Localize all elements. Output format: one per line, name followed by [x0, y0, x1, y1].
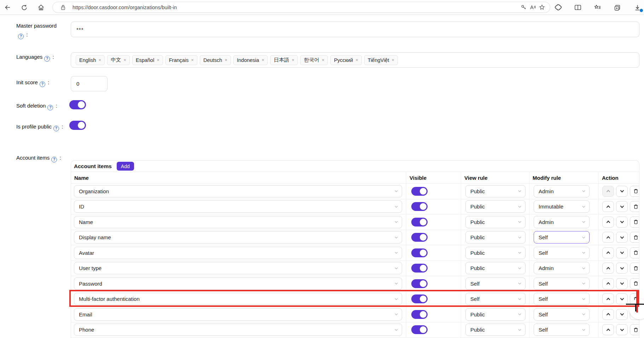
modify-rule-select[interactable]: Self [534, 293, 590, 305]
move-down-button[interactable] [616, 186, 628, 197]
move-down-button[interactable] [616, 309, 628, 320]
modify-rule-select[interactable]: Admin [534, 262, 590, 274]
move-up-button[interactable] [602, 247, 614, 258]
init-score-input[interactable]: 0 [71, 76, 108, 91]
move-down-button[interactable] [616, 232, 628, 243]
tag-close-icon[interactable]: × [355, 58, 358, 62]
move-up-button[interactable] [602, 201, 614, 212]
split-screen-icon[interactable] [573, 2, 583, 13]
soft-deletion-toggle[interactable] [69, 100, 86, 109]
account-item-name-select[interactable]: Email [74, 308, 402, 321]
delete-button[interactable] [630, 324, 639, 335]
tag-close-icon[interactable]: × [99, 58, 101, 62]
view-rule-select[interactable]: Self [465, 293, 526, 305]
account-item-name-select[interactable]: Display name [74, 231, 402, 244]
visible-toggle[interactable] [411, 187, 428, 196]
refresh-icon[interactable] [18, 2, 30, 13]
read-aloud-icon[interactable] [528, 3, 537, 12]
tag-close-icon[interactable]: × [157, 58, 159, 62]
is-profile-public-toggle[interactable] [69, 121, 86, 130]
visible-toggle[interactable] [411, 325, 428, 334]
move-up-button[interactable] [602, 293, 614, 304]
move-down-button[interactable] [616, 324, 628, 335]
visible-toggle[interactable] [411, 202, 428, 211]
modify-rule-select[interactable]: Admin [534, 185, 590, 197]
view-rule-select[interactable]: Public [465, 185, 526, 197]
delete-button[interactable] [630, 217, 639, 228]
view-rule-select[interactable]: Public [465, 216, 526, 228]
languages-select[interactable]: English×中文×Español×Français×Deutsch×Indo… [71, 52, 639, 68]
delete-button[interactable] [630, 247, 639, 258]
delete-button[interactable] [630, 232, 639, 243]
view-rule-select[interactable]: Public [465, 308, 526, 321]
modify-rule-select[interactable]: Self [534, 247, 590, 259]
view-rule-select[interactable]: Self [465, 277, 526, 290]
modify-rule-select[interactable]: Immutable [534, 200, 590, 213]
help-icon[interactable]: ? [51, 157, 57, 162]
visible-toggle[interactable] [411, 248, 428, 257]
extensions-icon[interactable] [553, 2, 563, 13]
visible-toggle[interactable] [411, 218, 428, 227]
visible-toggle[interactable] [411, 233, 428, 242]
move-up-button[interactable] [602, 309, 614, 320]
view-rule-select[interactable]: Public [465, 231, 526, 244]
downloads-icon[interactable] [632, 2, 643, 13]
move-down-button[interactable] [616, 278, 628, 289]
help-icon[interactable]: ? [47, 105, 53, 110]
move-up-button[interactable] [602, 186, 614, 197]
view-rule-select[interactable]: Public [465, 262, 526, 274]
visible-toggle[interactable] [411, 294, 428, 303]
collections-icon[interactable] [612, 2, 623, 13]
help-icon[interactable]: ? [18, 34, 24, 39]
account-item-name-select[interactable]: Phone [74, 323, 402, 336]
move-down-button[interactable] [616, 247, 628, 258]
visible-toggle[interactable] [411, 264, 428, 273]
favorites-icon[interactable] [592, 2, 603, 13]
delete-button[interactable] [630, 186, 639, 197]
add-button[interactable]: Add [117, 162, 134, 171]
modify-rule-select[interactable]: Self [534, 277, 590, 290]
account-item-name-select[interactable]: ID [74, 200, 402, 213]
delete-button[interactable] [630, 201, 639, 212]
move-up-button[interactable] [602, 263, 614, 274]
delete-button[interactable] [630, 309, 639, 320]
account-item-name-select[interactable]: Multi-factor authentication [74, 293, 402, 305]
move-down-button[interactable] [616, 217, 628, 228]
delete-button[interactable] [630, 278, 639, 289]
modify-rule-select[interactable]: Admin [534, 216, 590, 228]
help-icon[interactable]: ? [44, 56, 50, 62]
account-item-name-select[interactable]: Password [74, 277, 402, 290]
tag-close-icon[interactable]: × [292, 58, 295, 62]
back-icon[interactable] [2, 2, 13, 13]
help-icon[interactable]: ? [53, 126, 59, 131]
account-item-name-select[interactable]: Avatar [74, 247, 402, 259]
move-up-button[interactable] [602, 324, 614, 335]
move-down-button[interactable] [616, 201, 628, 212]
delete-button[interactable] [630, 293, 639, 304]
tag-close-icon[interactable]: × [262, 58, 265, 62]
modify-rule-select[interactable]: Self [534, 323, 590, 336]
delete-button[interactable] [630, 263, 639, 274]
tag-close-icon[interactable]: × [225, 58, 227, 62]
move-down-button[interactable] [616, 293, 628, 304]
lock-icon[interactable] [58, 3, 68, 12]
tag-close-icon[interactable]: × [322, 58, 325, 62]
address-bar[interactable]: https://door.casdoor.com/organizations/b… [52, 2, 550, 13]
modify-rule-select[interactable]: Self [534, 308, 590, 321]
tag-close-icon[interactable]: × [191, 58, 194, 62]
move-down-button[interactable] [616, 263, 628, 274]
tag-close-icon[interactable]: × [123, 58, 126, 62]
account-item-name-select[interactable]: Organization [74, 185, 402, 197]
tag-close-icon[interactable]: × [391, 58, 394, 62]
master-password-input[interactable]: *** [71, 22, 639, 37]
account-item-name-select[interactable]: Name [74, 216, 402, 228]
modify-rule-select[interactable]: Self [534, 231, 590, 244]
view-rule-select[interactable]: Public [465, 323, 526, 336]
key-icon[interactable] [519, 3, 528, 12]
favorite-star-icon[interactable] [537, 3, 546, 12]
home-icon[interactable] [35, 2, 47, 13]
view-rule-select[interactable]: Public [465, 247, 526, 259]
help-icon[interactable]: ? [40, 81, 45, 87]
view-rule-select[interactable]: Public [465, 200, 526, 213]
move-up-button[interactable] [602, 232, 614, 243]
